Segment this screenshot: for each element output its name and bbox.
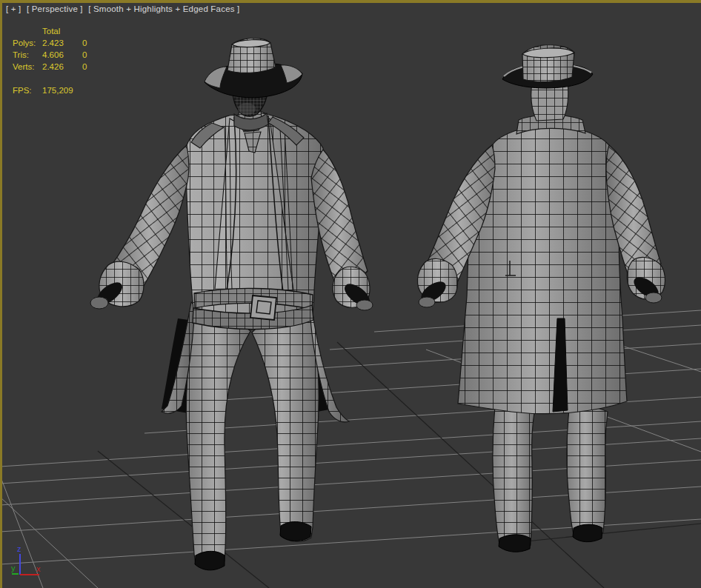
viewport-statistics: Total Polys:2.4230 Tris:4.6060 Verts:2.4… (13, 25, 87, 96)
hand-left (90, 297, 108, 309)
stats-row-polys: Polys:2.4230 (13, 37, 87, 49)
fps-value: 175,209 (42, 84, 82, 96)
fps-label: FPS: (13, 84, 42, 96)
tris-total: 4.606 (42, 49, 82, 61)
verts-selected: 0 (82, 62, 87, 71)
stats-row-verts: Verts:2.4260 (13, 61, 87, 73)
verts-total: 2.426 (42, 61, 82, 73)
hand-left-back (419, 297, 435, 307)
stats-total-header: Total (42, 25, 82, 37)
viewport-label-bar: [ + ] [ Perspective ] [ Smooth + Highlig… (6, 4, 242, 13)
viewport-pov-menu[interactable]: [ Perspective ] (27, 4, 83, 13)
active-viewport-border-left (0, 0, 2, 588)
chin-highlight (238, 103, 256, 115)
tris-label: Tris: (13, 49, 42, 61)
viewport-canvas[interactable]: z x y (0, 0, 701, 588)
stats-row-fps: FPS:175,209 (13, 84, 87, 96)
axis-x-label: x (36, 564, 41, 573)
viewport-shading-menu[interactable]: [ Smooth + Highlights + Edged Faces ] (88, 4, 239, 13)
tris-selected: 0 (82, 50, 87, 59)
world-axis-gizmo: z x y (11, 544, 41, 575)
polys-selected: 0 (82, 39, 87, 47)
hand-right-back (645, 293, 662, 303)
viewport-general-menu[interactable]: [ + ] (6, 4, 21, 13)
active-viewport-border-top (0, 0, 701, 3)
axis-z-label: z (17, 544, 21, 553)
polys-label: Polys: (13, 37, 42, 49)
stats-row-tris: Tris:4.6060 (13, 49, 87, 61)
polys-total: 2.423 (42, 37, 82, 49)
verts-label: Verts: (13, 61, 42, 73)
axis-y-label: y (11, 564, 16, 572)
hand-right (356, 300, 373, 310)
viewport[interactable]: z x y [ + ] [ Perspective ] [ Smooth + H… (0, 0, 701, 588)
belt-buckle (250, 295, 276, 320)
stats-header-row: Total (13, 25, 87, 37)
